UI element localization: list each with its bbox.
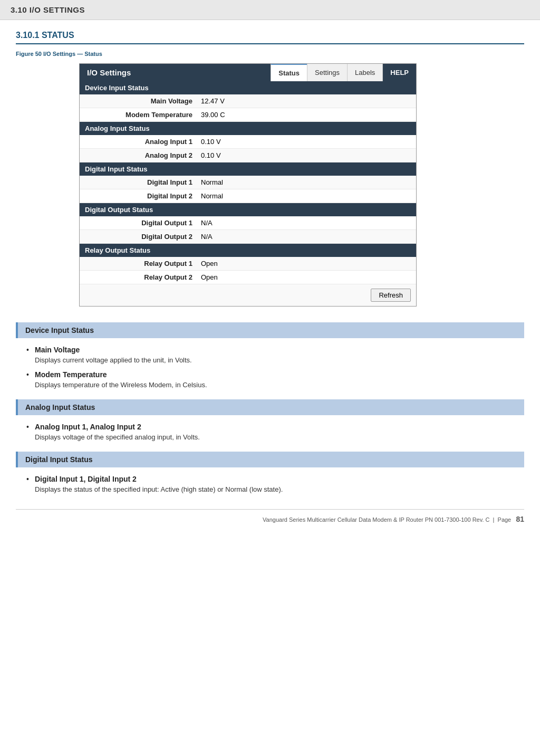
list-item: Digital Input 1, Digital Input 2 Display… (26, 475, 524, 493)
refresh-button[interactable]: Refresh (371, 289, 411, 302)
tab-status[interactable]: Status (271, 64, 307, 81)
desc-item-text: Displays current voltage applied to the … (35, 356, 192, 364)
table-row: Analog Input 2 0.10 V (80, 149, 416, 162)
table-row: Main Voltage 12.47 V (80, 94, 416, 108)
io-panel-title: I/O Settings (80, 64, 271, 81)
desc-device-input-header: Device Input Status (16, 322, 524, 338)
list-item: Analog Input 1, Analog Input 2 Displays … (26, 423, 524, 441)
table-row: Analog Input 1 0.10 V (80, 135, 416, 149)
io-panel: I/O Settings Status Settings Labels HELP (79, 63, 417, 307)
table-row: Digital Output 2 N/A (80, 230, 416, 244)
desc-item-title: Analog Input 1, Analog Input 2 (35, 423, 524, 431)
page-header: 3.10 I/O SETTINGS (0, 0, 540, 20)
footer-text: Vanguard Series Multicarrier Cellular Da… (263, 516, 489, 523)
table-row: Relay Output 2 Open (80, 271, 416, 284)
desc-analog-input: Analog Input Status Analog Input 1, Anal… (16, 399, 524, 441)
table-row: Digital Input 1 Normal (80, 176, 416, 189)
footer-page-label: Page (498, 516, 512, 523)
desc-item-title: Modem Temperature (35, 370, 524, 379)
list-item: Main Voltage Displays current voltage ap… (26, 346, 524, 364)
desc-item-title: Digital Input 1, Digital Input 2 (35, 475, 524, 483)
section-device-input: Device Input Status (80, 81, 416, 94)
tab-labels[interactable]: Labels (347, 64, 382, 81)
io-panel-tabs: Status Settings Labels HELP (271, 64, 416, 81)
tab-help[interactable]: HELP (382, 64, 416, 81)
desc-item-text: Displays the status of the specified inp… (35, 485, 283, 493)
tab-settings[interactable]: Settings (307, 64, 347, 81)
footer-divider (16, 509, 524, 510)
refresh-row: Refresh (80, 284, 416, 307)
io-status-table: Device Input Status Main Voltage 12.47 V… (80, 81, 416, 306)
table-row: Relay Output 1 Open (80, 257, 416, 271)
desc-digital-input: Digital Input Status Digital Input 1, Di… (16, 452, 524, 493)
footer-page-number: 81 (516, 515, 524, 523)
table-row: Digital Output 1 N/A (80, 216, 416, 230)
desc-device-input-list: Main Voltage Displays current voltage ap… (16, 346, 524, 389)
section-digital-input: Digital Input Status (80, 162, 416, 176)
section-analog-input: Analog Input Status (80, 122, 416, 136)
desc-item-text: Displays voltage of the specified analog… (35, 433, 200, 441)
section-digital-output: Digital Output Status (80, 203, 416, 217)
page-content: 3.10.1 STATUS Figure 50 I/O Settings — S… (0, 20, 540, 534)
desc-item-text: Displays temperature of the Wireless Mod… (35, 381, 207, 389)
io-panel-header: I/O Settings Status Settings Labels HELP (80, 64, 416, 81)
table-row: Digital Input 2 Normal (80, 189, 416, 203)
section-title: 3.10.1 STATUS (16, 31, 524, 44)
section-relay-output: Relay Output Status (80, 244, 416, 257)
desc-analog-input-header: Analog Input Status (16, 399, 524, 415)
table-row: Modem Temperature 39.00 C (80, 108, 416, 122)
figure-caption: Figure 50 I/O Settings — Status (16, 51, 524, 57)
desc-analog-input-list: Analog Input 1, Analog Input 2 Displays … (16, 423, 524, 441)
list-item: Modem Temperature Displays temperature o… (26, 370, 524, 389)
page-footer: Vanguard Series Multicarrier Cellular Da… (16, 515, 524, 523)
desc-digital-input-header: Digital Input Status (16, 452, 524, 467)
desc-device-input: Device Input Status Main Voltage Display… (16, 322, 524, 389)
page-header-title: 3.10 I/O SETTINGS (11, 5, 85, 14)
desc-digital-input-list: Digital Input 1, Digital Input 2 Display… (16, 475, 524, 493)
desc-item-title: Main Voltage (35, 346, 524, 354)
